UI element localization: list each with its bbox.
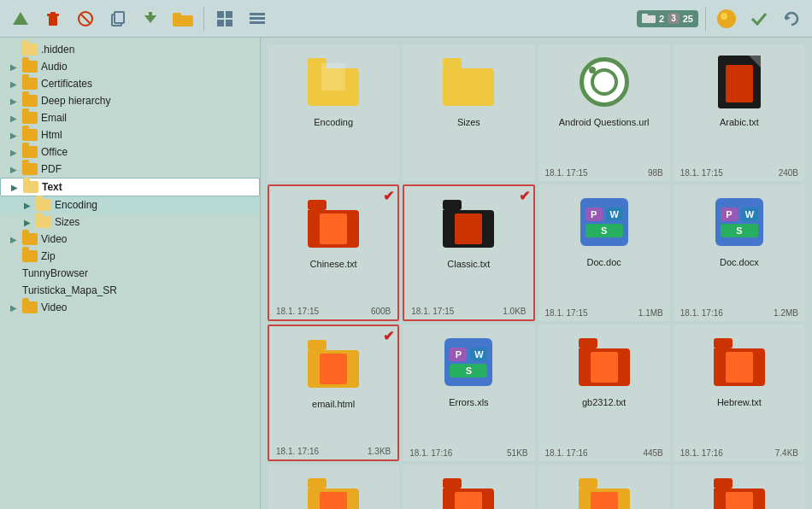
svg-rect-29 — [579, 338, 597, 348]
file-icon-container — [712, 51, 767, 113]
file-cell-android[interactable]: Android Questions.url 18.1. 17:15 98B — [538, 44, 670, 181]
expand-arrow: ▶ — [10, 148, 19, 156]
svg-point-21 — [717, 9, 736, 28]
sidebar-item-certificates[interactable]: ▶ Certificates — [0, 75, 260, 92]
svg-rect-7 — [115, 12, 124, 23]
sidebar-item-label: Office — [41, 146, 68, 158]
expand-arrow: ▶ — [10, 303, 19, 312]
sidebar-item-label: .hidden — [41, 44, 74, 56]
sidebar-item-audio[interactable]: ▶ Audio — [0, 58, 260, 75]
sidebar-item-turisticka[interactable]: Turisticka_Mapa_SR — [0, 282, 260, 299]
svg-rect-33 — [579, 478, 597, 489]
file-name: Classic.txt — [447, 258, 490, 270]
file-cell-errors[interactable]: P W S Errors.xls 18.1. 17:16 51KB — [403, 325, 534, 461]
svg-rect-12 — [217, 11, 224, 18]
svg-rect-16 — [250, 13, 265, 15]
file-name: Doc.docx — [720, 256, 759, 268]
file-size: 98B — [648, 168, 663, 178]
expand-arrow — [10, 269, 19, 278]
list-view-button[interactable] — [244, 5, 271, 32]
file-cell-arabic[interactable]: Arabic.txt 18.1. 17:15 240B — [674, 44, 805, 181]
file-cell-classic[interactable]: ✔ Classic.txt 18.1. 17:15 1.0KB — [403, 184, 534, 321]
file-date: 18.1. 17:15 — [276, 307, 319, 316]
sidebar-item-video[interactable]: ▶ Video — [0, 231, 260, 248]
sidebar-item-email[interactable]: ▶ Email — [0, 109, 260, 126]
folder-icon — [22, 301, 38, 313]
sidebar-item-label: PDF — [41, 163, 62, 175]
file-cell-encoding[interactable]: Encoding — [268, 44, 399, 181]
svg-rect-30 — [714, 338, 733, 348]
sidebar-item-office[interactable]: ▶ Office — [0, 143, 260, 161]
sidebar-item-sizes[interactable]: ▶ Sizes — [0, 214, 260, 231]
svg-marker-0 — [13, 12, 28, 25]
sidebar-item-label: Deep hierarchy — [41, 95, 110, 107]
file-meta: 18.1. 17:16 1.3KB — [273, 447, 394, 456]
file-icon-container: P W S — [441, 331, 496, 393]
sidebar-item-deep-hierarchy[interactable]: ▶ Deep hierarchy — [0, 92, 260, 109]
file-meta: 18.1. 17:16 445B — [542, 448, 667, 458]
sidebar-item-hidden[interactable]: .hidden — [0, 41, 260, 58]
svg-rect-18 — [250, 21, 265, 24]
file-cell-japanese[interactable]: Japanese 保険業界を.txt 18.1. 17:16 0.90KB — [538, 465, 670, 509]
checkmark-button[interactable] — [745, 5, 773, 32]
toolbar: 2 3 25 — [0, 0, 812, 38]
sidebar-item-encoding[interactable]: ▶ Encoding — [0, 196, 260, 214]
svg-rect-11 — [173, 13, 181, 17]
file-name: gb2312.txt — [582, 396, 626, 408]
sidebar-item-pdf[interactable]: ▶ PDF — [0, 161, 260, 178]
file-icon-container — [306, 193, 361, 254]
file-cell-gb2312[interactable]: gb2312.txt 18.1. 17:16 445B — [538, 325, 670, 461]
grid-view-button[interactable] — [211, 5, 238, 32]
svg-rect-32 — [443, 478, 462, 489]
file-date: 18.1. 17:15 — [411, 307, 454, 316]
copy-button[interactable] — [104, 5, 132, 32]
file-size: 7.4KB — [775, 448, 798, 458]
svg-rect-28 — [308, 340, 327, 350]
file-cell-email[interactable]: ✔ email.html 18.1. 17:16 1.3KB — [268, 325, 399, 461]
separator-1 — [203, 7, 204, 31]
sidebar-item-zip[interactable]: Zip — [0, 248, 260, 265]
sidebar-item-text[interactable]: ▶ Text — [0, 178, 260, 196]
file-cell-hebrew[interactable]: Hebrew.txt 18.1. 17:16 7.4KB — [674, 325, 805, 461]
delete-button[interactable] — [39, 5, 67, 32]
folder-button[interactable] — [169, 5, 197, 32]
file-icon-container — [441, 471, 496, 509]
file-cell-html[interactable]: html.html 18.1. 17:16 30KB — [403, 465, 534, 509]
status-button[interactable] — [713, 5, 740, 32]
file-icon-container — [441, 193, 496, 254]
file-cell-chinese[interactable]: ✔ Chinese.txt 18.1. 17:15 600B — [268, 184, 399, 321]
file-date: 18.1. 17:16 — [409, 448, 452, 458]
download-button[interactable] — [137, 5, 164, 32]
file-cell-korean[interactable]: Korean.txt 18.1. 17:16 638B — [674, 465, 805, 509]
file-size: 445B — [643, 448, 662, 458]
file-meta: 18.1. 17:16 51KB — [406, 448, 531, 458]
sidebar-item-video2[interactable]: ▶ Video — [0, 299, 260, 316]
folder-icon — [22, 250, 38, 262]
nav-up-button[interactable] — [7, 5, 34, 32]
tab-counter[interactable]: 2 3 25 — [637, 10, 698, 27]
expand-arrow — [10, 45, 19, 54]
file-date: 18.1. 17:16 — [680, 448, 723, 458]
svg-rect-15 — [226, 20, 232, 26]
sidebar-item-tunnybrowser[interactable]: TunnyBrowser — [0, 265, 260, 282]
sidebar-item-html[interactable]: ▶ Html — [0, 126, 260, 143]
file-name: Android Questions.url — [559, 116, 650, 128]
refresh-button[interactable] — [778, 5, 805, 32]
file-cell-hindi[interactable]: Hindi.txt 18.1. 17:16 388B — [268, 465, 399, 509]
file-cell-doc[interactable]: P W S Doc.doc 18.1. 17:15 1.1MB — [538, 184, 670, 321]
svg-marker-23 — [786, 15, 791, 20]
file-grid: Encoding Sizes — [261, 38, 812, 509]
file-cell-sizes[interactable]: Sizes — [403, 44, 534, 181]
folder-icon — [22, 95, 38, 107]
file-name: Hebrew.txt — [717, 396, 762, 408]
file-icon-container: P W S — [577, 191, 632, 253]
tab-badge: 3 — [668, 13, 680, 24]
cancel-button[interactable] — [72, 5, 99, 32]
folder-icon — [23, 181, 38, 193]
file-cell-docx[interactable]: P W S Doc.docx 18.1. 17:16 1.2MB — [674, 184, 805, 321]
svg-line-5 — [81, 15, 90, 23]
folder-icon — [36, 216, 51, 228]
file-date: 18.1. 17:15 — [545, 308, 588, 318]
sidebar-item-label: Text — [42, 181, 62, 193]
file-icon-container — [441, 51, 496, 113]
